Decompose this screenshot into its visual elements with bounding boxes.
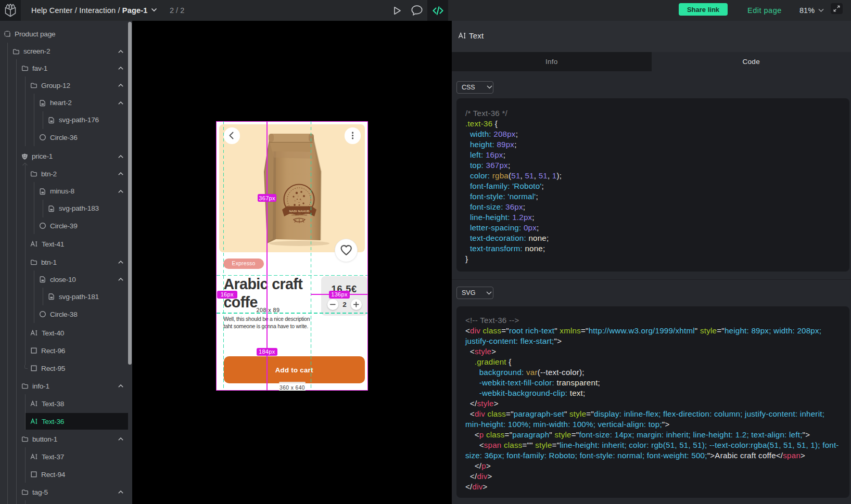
svg-text:ORGANIC COFFEE: ORGANIC COFFEE	[291, 214, 308, 216]
svg-text:NABI NAHUB: NABI NAHUB	[289, 209, 310, 213]
